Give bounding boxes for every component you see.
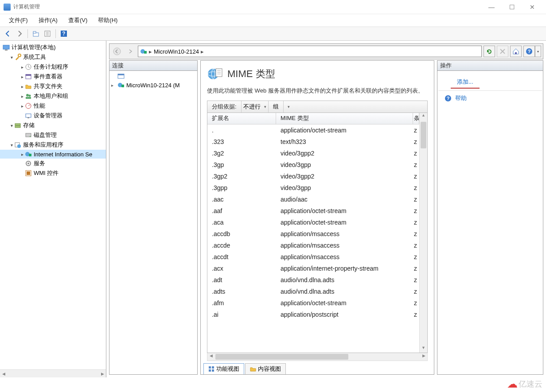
iis-help-dropdown[interactable]: ▾ — [535, 46, 541, 57]
table-row[interactable]: .3gpvideo/3gppz — [207, 159, 419, 171]
menu-help[interactable]: 帮助(H) — [93, 16, 123, 25]
forward-button[interactable] — [14, 28, 25, 39]
toolbar-dropdown[interactable]: ▾ — [283, 101, 294, 113]
table-row[interactable]: .aiapplication/postscriptz — [207, 309, 419, 320]
minimize-button[interactable]: — — [481, 0, 502, 14]
breadcrumb-sep-icon[interactable]: ▸ — [201, 48, 204, 55]
tree-root[interactable]: 计算机管理(本地) — [0, 43, 106, 52]
mime-hscroll[interactable]: ◀ ▶ — [207, 353, 428, 361]
scroll-right-icon[interactable]: ▶ — [99, 370, 106, 377]
breadcrumb-sep-icon[interactable]: ▸ — [149, 48, 152, 55]
tab-feature-view[interactable]: 功能视图 — [203, 363, 244, 374]
chevron-down-icon[interactable]: ▾ — [9, 55, 14, 60]
iis-help-button[interactable]: ? — [523, 46, 535, 57]
scroll-thumb[interactable] — [421, 122, 426, 148]
svg-point-25 — [17, 144, 21, 148]
scroll-thumb[interactable] — [215, 354, 348, 360]
tree-shared[interactable]: ▸ 共享文件夹 — [0, 82, 106, 91]
table-row[interactable]: .323text/h323z — [207, 136, 419, 147]
refresh-button[interactable] — [484, 46, 495, 57]
scroll-up-icon[interactable]: ▲ — [420, 113, 427, 120]
tree-storage[interactable]: ▾ 存储 — [0, 120, 106, 130]
chevron-right-icon[interactable]: ▸ — [20, 104, 25, 109]
chevron-right-icon[interactable]: ▸ — [20, 84, 25, 89]
action-add[interactable]: 添加... — [451, 75, 480, 89]
event-icon — [25, 73, 32, 80]
chevron-down-icon[interactable]: ▾ — [9, 143, 14, 147]
tree-wmi[interactable]: WMI 控件 — [0, 168, 106, 178]
gear-icon — [25, 160, 32, 167]
menu-file[interactable]: 文件(F) — [4, 16, 33, 25]
scroll-right-icon[interactable]: ▶ — [420, 353, 427, 358]
properties-button[interactable] — [42, 28, 53, 39]
back-button[interactable] — [3, 28, 13, 39]
help-button[interactable]: ? — [58, 28, 69, 39]
breadcrumb-server[interactable]: MicroWin10-2124 — [154, 48, 199, 55]
svg-rect-1 — [33, 31, 36, 33]
addr-forward-button[interactable] — [125, 46, 136, 57]
window-title: 计算机管理 — [13, 3, 40, 11]
tree-services[interactable]: 服务 — [0, 159, 106, 168]
table-row[interactable]: .acxapplication/internet-property-stream… — [207, 263, 419, 274]
stop-button[interactable] — [497, 46, 508, 57]
menu-action[interactable]: 操作(A) — [33, 16, 63, 25]
table-row[interactable]: .acaapplication/octet-streamz — [207, 217, 419, 228]
table-row[interactable]: .afmapplication/octet-streamz — [207, 297, 419, 309]
cell-type: application/octet-stream — [276, 124, 413, 136]
up-button[interactable] — [31, 28, 41, 39]
col-mimetype[interactable]: MIME 类型 — [276, 113, 413, 124]
chevron-right-icon[interactable]: ▸ — [20, 94, 25, 99]
tree-taskscheduler[interactable]: ▸ 任务计划程序 — [0, 62, 106, 72]
table-row[interactable]: .3gppvideo/3gppz — [207, 182, 419, 194]
chevron-right-icon[interactable]: ▸ — [20, 65, 25, 70]
view-tabs: 功能视图 内容视图 — [201, 361, 434, 374]
close-button[interactable]: ✕ — [522, 0, 542, 14]
tree-systools[interactable]: ▾ 系统工具 — [0, 52, 106, 62]
tree-servicesapps[interactable]: ▾ 服务和应用程序 — [0, 140, 106, 150]
addr-back-button[interactable] — [111, 46, 123, 57]
svg-rect-8 — [3, 45, 9, 49]
tree-eventviewer[interactable]: ▸ 事件查看器 — [0, 72, 106, 82]
table-row[interactable]: .accdbapplication/msaccessz — [207, 228, 419, 240]
chevron-right-icon[interactable]: ▸ — [111, 83, 116, 88]
table-row[interactable]: .accdtapplication/msaccessz — [207, 251, 419, 263]
groupby-select[interactable]: 不进行 ▾ — [241, 101, 268, 113]
maximize-button[interactable]: ☐ — [502, 0, 522, 14]
scroll-left-icon[interactable]: ◀ — [207, 353, 214, 358]
tab-content-view[interactable]: 内容视图 — [245, 363, 286, 374]
scroll-down-icon[interactable]: ▼ — [420, 345, 427, 353]
svg-rect-50 — [209, 366, 211, 369]
group-button[interactable]: 组 — [268, 101, 283, 113]
menu-view[interactable]: 查看(V) — [63, 16, 93, 25]
svg-rect-31 — [27, 171, 30, 175]
table-row[interactable]: .adtsaudio/vnd.dlna.adtsz — [207, 286, 419, 297]
table-row[interactable]: .aafapplication/octet-streamz — [207, 205, 419, 217]
tree-devmgr[interactable]: 设备管理器 — [0, 111, 106, 120]
table-row[interactable]: .3gp2video/3gpp2z — [207, 171, 419, 182]
home-button[interactable] — [510, 46, 522, 57]
col-inherited[interactable]: 条 — [413, 113, 419, 124]
table-row[interactable]: .application/octet-streamz — [207, 124, 419, 136]
conn-server[interactable]: ▸ MicroWin10-2124 (M — [109, 81, 197, 89]
left-hscroll[interactable]: ◀ ▶ — [0, 369, 106, 377]
chevron-right-icon[interactable]: ▸ — [20, 74, 25, 79]
chevron-down-icon[interactable]: ▾ — [9, 123, 14, 128]
tree-diskmgmt[interactable]: 磁盘管理 — [0, 130, 106, 140]
tree-localusers[interactable]: ▸ 本地用户和组 — [0, 91, 106, 101]
svg-rect-19 — [27, 117, 29, 118]
folder-icon — [250, 366, 256, 372]
table-row[interactable]: .aacaudio/aacz — [207, 194, 419, 205]
menu-bar: 文件(F) 操作(A) 查看(V) 帮助(H) — [0, 14, 546, 27]
chevron-right-icon[interactable]: ▸ — [20, 152, 25, 157]
mime-vscroll[interactable]: ▲ ▼ — [419, 113, 427, 353]
conn-start-page[interactable] — [109, 72, 197, 81]
tree-iis[interactable]: ▸ Internet Information Se — [0, 150, 106, 159]
table-row[interactable]: .3g2video/3gpp2z — [207, 147, 419, 159]
action-help[interactable]: ? 帮助 — [438, 92, 542, 105]
address-input[interactable]: ▸ MicroWin10-2124 ▸ — [138, 46, 482, 57]
col-extension[interactable]: 扩展名 — [207, 113, 276, 124]
tree-perf[interactable]: ▸ 性能 — [0, 101, 106, 111]
scroll-left-icon[interactable]: ◀ — [0, 370, 7, 377]
table-row[interactable]: .adtaudio/vnd.dlna.adtsz — [207, 274, 419, 286]
table-row[interactable]: .accdeapplication/msaccessz — [207, 240, 419, 251]
